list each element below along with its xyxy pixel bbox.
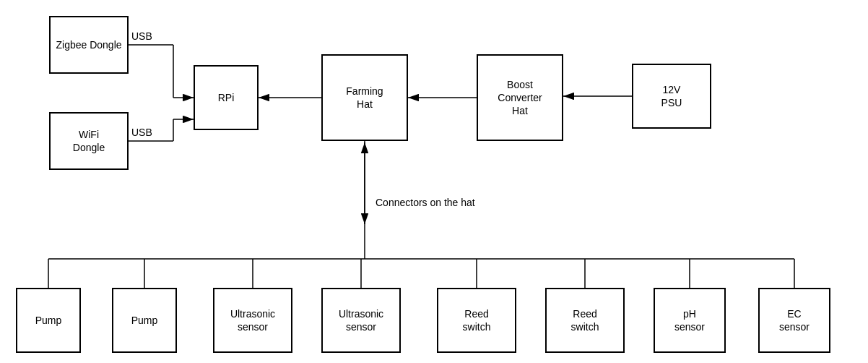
pump2-label: Pump <box>131 314 158 327</box>
ultrasonic2-label: Ultrasonicsensor <box>339 307 383 333</box>
reed1-box: Reedswitch <box>437 288 516 353</box>
ultrasonic1-box: Ultrasonicsensor <box>213 288 292 353</box>
reed2-box: Reedswitch <box>545 288 625 353</box>
wifi-label: WiFiDongle <box>73 128 105 154</box>
ph-label: pHsensor <box>674 307 705 333</box>
ec-box: ECsensor <box>758 288 830 353</box>
boost-label: BoostConverterHat <box>498 78 542 118</box>
rpi-box: RPi <box>194 65 259 130</box>
farming-hat-box: FarmingHat <box>321 54 408 141</box>
usb2-label: USB <box>131 127 152 138</box>
reed2-label: Reedswitch <box>571 307 599 333</box>
connectors-label: Connectors on the hat <box>376 197 475 208</box>
ultrasonic2-box: Ultrasonicsensor <box>321 288 401 353</box>
pump1-box: Pump <box>16 288 81 353</box>
psu-box: 12VPSU <box>632 64 711 129</box>
wifi-box: WiFiDongle <box>49 112 129 170</box>
zigbee-label: Zigbee Dongle <box>56 38 121 51</box>
farming-hat-label: FarmingHat <box>346 85 383 111</box>
rpi-label: RPi <box>218 91 235 104</box>
boost-box: BoostConverterHat <box>477 54 563 141</box>
ph-box: pHsensor <box>654 288 726 353</box>
diagram: Zigbee Dongle WiFiDongle RPi FarmingHat … <box>0 0 868 363</box>
usb1-label: USB <box>131 30 152 42</box>
psu-label: 12VPSU <box>661 83 682 109</box>
ec-label: ECsensor <box>779 307 810 333</box>
pump1-label: Pump <box>35 314 62 327</box>
zigbee-box: Zigbee Dongle <box>49 16 129 74</box>
reed1-label: Reedswitch <box>463 307 491 333</box>
ultrasonic1-label: Ultrasonicsensor <box>230 307 275 333</box>
pump2-box: Pump <box>112 288 177 353</box>
